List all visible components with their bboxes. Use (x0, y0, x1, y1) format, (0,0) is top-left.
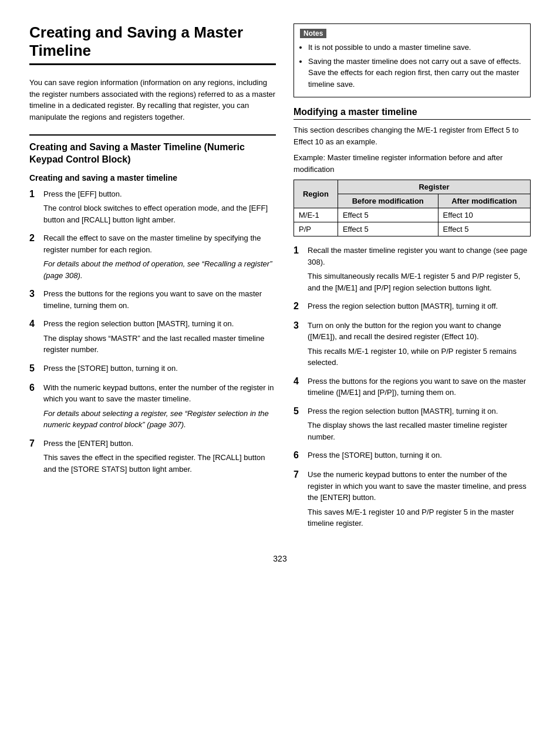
list-item: 6 Press the [STORE] button, turning it o… (294, 450, 531, 462)
step-content: Recall the master timeline register you … (308, 245, 531, 293)
table-row: P/P Effect 5 Effect 5 (294, 222, 531, 236)
step-number: 3 (29, 288, 39, 300)
list-item: 7 Use the numeric keypad buttons to ente… (294, 469, 531, 529)
step-main: With the numeric keypad buttons, enter t… (43, 383, 274, 404)
step-sub: The display shows the last recalled mast… (308, 420, 531, 442)
step-number: 3 (294, 320, 303, 332)
table-sub-col2: After modification (438, 194, 530, 208)
step-number: 2 (29, 232, 39, 245)
right-steps-list: 1 Recall the master timeline register yo… (294, 245, 531, 529)
section2-subtitle: Creating and saving a master timeline (29, 173, 276, 182)
list-item: 2 Recall the effect to save on the maste… (29, 232, 276, 281)
list-item: 5 Press the region selection button [MAS… (294, 405, 531, 443)
table-cell-before: Effect 5 (338, 208, 438, 222)
step-sub: This recalls M/E-1 register 10, while on… (308, 346, 531, 369)
list-item: 3 Press the buttons for the regions you … (29, 288, 276, 311)
step-sub: This saves the effect in the specified r… (43, 452, 276, 475)
section2-title: Creating and Saving a Master Timeline (N… (29, 141, 276, 166)
table-cell-after: Effect 10 (438, 208, 530, 222)
step-main: Recall the effect to save on the master … (43, 234, 261, 254)
modification-table: Region Register Before modification Afte… (294, 180, 531, 236)
notes-list: It is not possible to undo a master time… (300, 42, 524, 90)
section-divider (29, 134, 276, 136)
step-number: 6 (29, 382, 39, 394)
step-number: 5 (29, 363, 39, 375)
step-content: Press the region selection button [MASTR… (308, 300, 531, 312)
step-content: Turn on only the button for the region y… (308, 320, 531, 369)
step-number: 4 (29, 318, 39, 330)
page-title: Creating and Saving a Master Timeline (29, 23, 276, 65)
step-number: 7 (294, 469, 303, 481)
left-column: Creating and Saving a Master Timeline Yo… (29, 23, 276, 536)
step-content: With the numeric keypad buttons, enter t… (43, 382, 276, 431)
step-number: 1 (294, 245, 303, 257)
table-cell-region: P/P (294, 222, 338, 236)
step-main: Press the region selection button [MASTR… (308, 407, 498, 415)
list-item: 3 Turn on only the button for the region… (294, 320, 531, 369)
modifying-title: Modifying a master timeline (294, 107, 531, 120)
notes-header: Notes (300, 29, 326, 38)
left-steps-list: 1 Press the [EFF] button. The control bl… (29, 188, 276, 475)
step-italic: For details about selecting a register, … (43, 408, 276, 431)
table-row: M/E-1 Effect 5 Effect 10 (294, 208, 531, 222)
step-main: Press the buttons for the regions you wa… (308, 377, 526, 397)
step-content: Recall the effect to save on the master … (43, 232, 276, 281)
modifying-desc1: This section describes changing the M/E-… (294, 124, 531, 147)
list-item: 4 Press the region selection button [MAS… (29, 318, 276, 356)
note-item: Saving the master timeline does not carr… (308, 56, 524, 90)
step-content: Press the [EFF] button. The control bloc… (43, 188, 276, 226)
table-cell-region: M/E-1 (294, 208, 338, 222)
step-number: 1 (29, 188, 39, 201)
notes-box: Notes It is not possible to undo a maste… (294, 23, 531, 97)
step-main: Use the numeric keypad buttons to enter … (308, 470, 527, 502)
step-main: Press the [ENTER] button. (43, 439, 133, 448)
list-item: 1 Press the [EFF] button. The control bl… (29, 188, 276, 226)
step-number: 5 (294, 405, 303, 418)
page-number: 323 (29, 554, 531, 563)
step-main: Press the [STORE] button, turning it on. (43, 364, 178, 373)
step-sub: This simultaneously recalls M/E-1 regist… (308, 271, 531, 293)
list-item: 6 With the numeric keypad buttons, enter… (29, 382, 276, 431)
step-content: Press the region selection button [MASTR… (308, 405, 531, 443)
step-main: Press the [EFF] button. (43, 190, 122, 198)
list-item: 4 Press the buttons for the regions you … (294, 376, 531, 398)
table-cell-after: Effect 5 (438, 222, 530, 236)
list-item: 2 Press the region selection button [MAS… (294, 300, 531, 313)
step-content: Press the buttons for the regions you wa… (43, 288, 276, 311)
note-item: It is not possible to undo a master time… (308, 42, 524, 53)
step-sub: The display shows “MASTR” and the last r… (43, 333, 276, 356)
step-main: Press the region selection button [MASTR… (308, 302, 498, 310)
step-number: 2 (294, 300, 303, 313)
step-main: Turn on only the button for the region y… (308, 321, 501, 342)
step-number: 6 (294, 450, 303, 462)
step-content: Press the buttons for the regions you wa… (308, 376, 531, 398)
right-column: Notes It is not possible to undo a maste… (294, 23, 531, 536)
step-content: Press the region selection button [MASTR… (43, 318, 276, 356)
step-sub: This saves M/E-1 register 10 and P/P reg… (308, 506, 531, 529)
step-main: Recall the master timeline register you … (308, 246, 527, 266)
step-main: Press the buttons for the regions you wa… (43, 289, 262, 310)
list-item: 5 Press the [STORE] button, turning it o… (29, 363, 276, 375)
step-number: 7 (29, 438, 39, 450)
list-item: 1 Recall the master timeline register yo… (294, 245, 531, 293)
modifying-desc2: Example: Master timeline register inform… (294, 152, 531, 175)
step-main: Press the region selection button [MASTR… (43, 319, 234, 328)
table-body: M/E-1 Effect 5 Effect 10 P/P Effect 5 Ef… (294, 208, 531, 236)
step-main: Press the [STORE] button, turning it on. (308, 451, 442, 459)
table-col2-header: Register (338, 180, 530, 194)
step-sub: The control block switches to effect ope… (43, 202, 276, 225)
step-content: Press the [STORE] button, turning it on. (43, 363, 276, 374)
step-italic: For details about the method of operatio… (43, 258, 276, 281)
table-sub-col1: Before modification (338, 194, 438, 208)
step-content: Use the numeric keypad buttons to enter … (308, 469, 531, 529)
step-content: Press the [STORE] button, turning it on. (308, 450, 531, 461)
table-cell-before: Effect 5 (338, 222, 438, 236)
step-number: 4 (294, 376, 303, 388)
list-item: 7 Press the [ENTER] button. This saves t… (29, 438, 276, 475)
step-content: Press the [ENTER] button. This saves the… (43, 438, 276, 475)
intro-paragraph: You can save region information (informa… (29, 77, 276, 123)
table-col1-header: Region (294, 180, 338, 208)
